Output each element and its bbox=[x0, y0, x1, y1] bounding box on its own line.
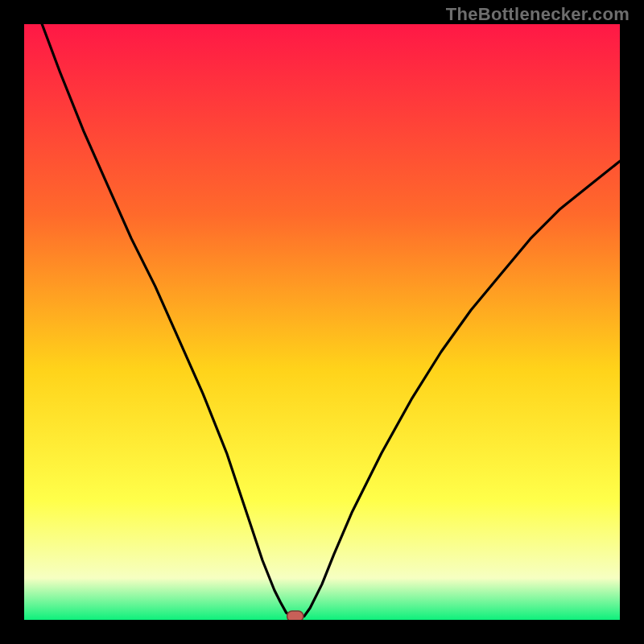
plot-background bbox=[24, 24, 620, 620]
chart-frame: TheBottlenecker.com bbox=[0, 0, 644, 644]
bottleneck-plot bbox=[24, 24, 620, 620]
optimum-marker bbox=[287, 611, 303, 620]
watermark-text: TheBottlenecker.com bbox=[446, 4, 630, 25]
